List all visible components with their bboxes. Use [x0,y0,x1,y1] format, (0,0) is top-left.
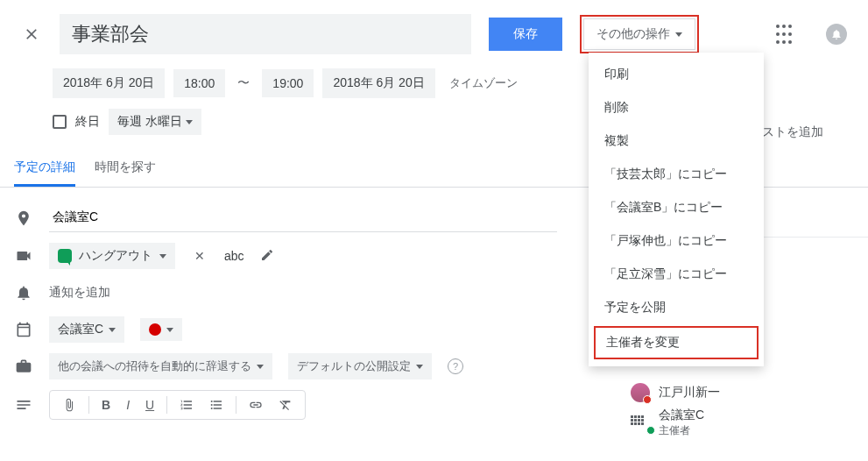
chevron-down-icon [166,328,173,332]
menu-item-duplicate[interactable]: 複製 [589,124,764,158]
add-notification-button[interactable]: 通知を追加 [49,280,110,306]
rich-text-toolbar: B I U [49,390,306,420]
numbered-list-button[interactable] [173,394,201,415]
chevron-down-icon [257,365,264,369]
close-icon[interactable] [21,24,42,45]
underline-button[interactable]: U [138,394,161,415]
calendar-icon [14,321,33,338]
calendar-selected-label: 会議室C [58,322,103,337]
save-button[interactable]: 保存 [489,18,562,51]
chevron-down-icon [675,32,682,37]
location-input[interactable] [49,203,557,232]
busy-status-select[interactable]: 他の会議への招待を自動的に辞退する [49,353,272,379]
start-date-chip[interactable]: 2018年 6月 20日 [53,68,165,98]
start-time-chip[interactable]: 18:00 [173,69,225,97]
hangout-label: ハングアウト [79,248,152,264]
menu-item-publish[interactable]: 予定を公開 [589,291,764,324]
menu-item-print[interactable]: 印刷 [589,58,764,91]
more-actions-menu: 印刷 削除 複製 「技芸太郎」にコピー 「会議室B」にコピー 「戸塚伸也」にコピ… [589,53,764,366]
edit-conference-icon[interactable] [260,248,274,265]
hangouts-icon [58,249,72,263]
guest-name: 江戸川新一 [659,385,720,401]
more-actions-button[interactable]: その他の操作 [583,18,695,50]
notifications-icon[interactable] [826,24,847,45]
apps-grid-icon[interactable] [773,24,794,45]
hangout-select[interactable]: ハングアウト [49,243,175,269]
help-icon[interactable]: ? [448,358,463,374]
more-actions-highlight: その他の操作 [580,15,699,53]
clear-format-button[interactable] [272,394,300,415]
description-icon [14,396,33,414]
briefcase-icon [14,358,33,375]
tab-event-details[interactable]: 予定の詳細 [14,151,75,187]
status-accepted-icon [646,426,655,435]
calendar-select[interactable]: 会議室C [49,316,124,343]
tab-find-time[interactable]: 時間を探す [95,151,156,187]
recurrence-label: 毎週 水曜日 [117,114,182,130]
menu-item-change-owner[interactable]: 主催者を変更 [594,326,759,359]
menu-item-copy-4[interactable]: 「足立深雪」にコピー [589,258,764,291]
chevron-down-icon [159,254,166,259]
menu-item-delete[interactable]: 削除 [589,91,764,124]
menu-item-copy-2[interactable]: 「会議室B」にコピー [589,191,764,224]
allday-label: 終日 [75,114,100,130]
chevron-down-icon [186,120,193,124]
bullet-list-button[interactable] [202,394,230,415]
more-actions-label: その他の操作 [596,26,670,42]
menu-item-copy-3[interactable]: 「戸塚伸也」にコピー [589,224,764,258]
guest-row[interactable]: 江戸川新一 [631,383,841,402]
conference-code[interactable]: abc [224,249,244,263]
chevron-down-icon [416,365,423,369]
event-color-select[interactable] [140,318,182,341]
remove-conference-icon[interactable]: ✕ [191,249,208,263]
timezone-link[interactable]: タイムゾーン [449,75,518,91]
guest-name: 会議室C [659,408,704,423]
time-separator: 〜 [234,75,253,91]
menu-item-copy-1[interactable]: 「技芸太郎」にコピー [589,158,764,191]
visibility-label: デフォルトの公開設定 [297,358,411,374]
chevron-down-icon [109,328,116,332]
visibility-select[interactable]: デフォルトの公開設定 [288,353,432,379]
attach-button[interactable] [55,394,83,415]
location-icon [14,209,33,227]
italic-button[interactable]: I [119,394,137,415]
toolbar-divider [88,396,89,414]
end-time-chip[interactable]: 19:00 [262,69,314,97]
toolbar-divider [236,396,236,414]
avatar [631,383,650,402]
bold-button[interactable]: B [95,394,117,415]
bell-icon [14,284,33,301]
allday-checkbox[interactable] [53,115,67,129]
event-title-input[interactable] [60,14,471,54]
video-icon [14,247,33,265]
busy-status-label: 他の会議への招待を自動的に辞退する [58,358,251,374]
guest-sublabel: 主催者 [659,423,704,438]
toolbar-divider [166,396,167,414]
link-button[interactable] [242,394,270,415]
end-date-chip[interactable]: 2018年 6月 20日 [322,68,434,98]
recurrence-select[interactable]: 毎週 水曜日 [109,109,201,135]
status-declined-icon [643,395,652,404]
guest-row[interactable]: 会議室C 主催者 [631,408,841,438]
color-dot-icon [149,323,161,336]
